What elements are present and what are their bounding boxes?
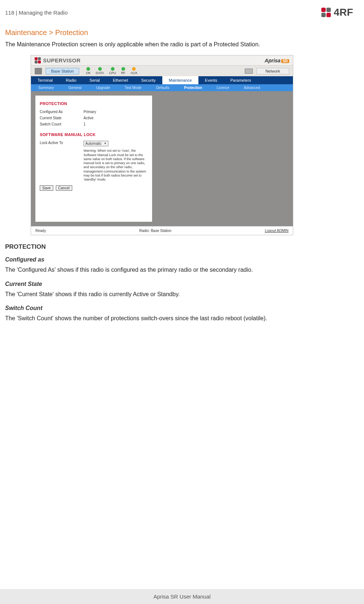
status-bar: Base Station OK DATA CPU RF AUX Network xyxy=(31,66,293,76)
subnav-protection[interactable]: Protection xyxy=(177,84,209,91)
page-number: 118 xyxy=(5,9,14,16)
doc-switch-paragraph: The 'Switch Count' shows the number of p… xyxy=(5,314,359,322)
lock-active-label: Lock Active To xyxy=(40,141,84,146)
led-data-icon xyxy=(98,67,102,71)
nav-serial[interactable]: Serial xyxy=(83,76,106,84)
configured-as-label: Configured As xyxy=(40,110,84,114)
product-logo: AprisaSR xyxy=(265,58,289,63)
subnav-advanced[interactable]: Advanced xyxy=(236,84,267,91)
page-header: 118 | Managing the Radio 4RF xyxy=(0,0,364,22)
subnav-general[interactable]: General xyxy=(61,84,89,91)
page-title: Maintenance > Protection xyxy=(5,28,359,37)
nav-ethernet[interactable]: Ethernet xyxy=(106,76,135,84)
nav-radio[interactable]: Radio xyxy=(59,76,83,84)
brand-dots-icon xyxy=(321,8,331,17)
supervisor-footer: Ready Radio: Base Station Logout ADMIN xyxy=(31,226,293,235)
supervisor-body: PROTECTION Configured AsPrimary Current … xyxy=(31,91,293,226)
supervisor-brand: SUPERVISOR xyxy=(35,57,81,63)
main-nav: TerminalRadioSerialEthernetSecurityMaint… xyxy=(31,76,293,84)
subnav-licence[interactable]: Licence xyxy=(209,84,236,91)
doc-current-paragraph: The 'Current State' shows if this radio … xyxy=(5,290,359,298)
supervisor-label: SUPERVISOR xyxy=(43,57,81,63)
doc-current-heading: Current State xyxy=(5,281,359,287)
status-text: Ready xyxy=(35,229,46,233)
header-left: 118 | Managing the Radio xyxy=(5,9,68,16)
network-badge: Network xyxy=(256,68,289,74)
nav-terminal[interactable]: Terminal xyxy=(31,76,59,84)
supervisor-header: SUPERVISOR AprisaSR xyxy=(31,55,293,66)
status-leds: OK DATA CPU RF AUX xyxy=(86,67,137,75)
nav-maintenance[interactable]: Maintenance xyxy=(162,76,198,84)
nav-security[interactable]: Security xyxy=(135,76,162,84)
subnav-test-mode[interactable]: Test Mode xyxy=(117,84,149,91)
brand-logo: 4RF xyxy=(321,7,353,18)
doc-switch-heading: Switch Count xyxy=(5,305,359,311)
subnav-defaults[interactable]: Defaults xyxy=(149,84,177,91)
protection-header: PROTECTION xyxy=(40,101,148,106)
section-title: Managing the Radio xyxy=(19,9,67,16)
lock-header: SOFTWARE MANUAL LOCK xyxy=(40,132,148,137)
lock-warning-text: Warning: When not set to 'Auto', the Sof… xyxy=(84,149,148,182)
intro-paragraph: The Maintenance Protection screen is onl… xyxy=(5,40,359,49)
current-state-label: Current State xyxy=(40,116,84,120)
doc-configured-paragraph: The 'Configured As' shows if this radio … xyxy=(5,266,359,274)
led-rf-icon xyxy=(121,67,125,71)
brand-name: 4RF xyxy=(334,7,353,18)
led-aux-icon xyxy=(132,67,136,71)
brand-dots-icon xyxy=(35,57,41,63)
radio-info: Radio: Base Station xyxy=(139,229,171,233)
led-cpu-icon xyxy=(111,67,115,71)
nav-events[interactable]: Events xyxy=(198,76,224,84)
sub-nav: SummaryGeneralUpgradeTest ModeDefaultsPr… xyxy=(31,84,293,91)
radio-icon xyxy=(35,68,42,74)
page-footer: Aprisa SR User Manual xyxy=(0,589,364,604)
protection-panel: PROTECTION Configured AsPrimary Current … xyxy=(35,96,152,222)
logout-link[interactable]: Logout ADMIN xyxy=(265,229,289,233)
configured-as-value: Primary xyxy=(84,110,96,114)
current-state-value: Active xyxy=(84,116,93,120)
led-ok-icon xyxy=(86,67,90,71)
doc-protection-heading: PROTECTION xyxy=(5,243,359,251)
station-badge: Base Station xyxy=(46,68,79,74)
switch-count-value: 1 xyxy=(84,122,86,126)
supervisor-screenshot: SUPERVISOR AprisaSR Base Station OK DATA… xyxy=(31,55,293,235)
subnav-summary[interactable]: Summary xyxy=(31,84,61,91)
network-icon xyxy=(245,69,253,74)
save-button[interactable]: Save xyxy=(40,185,53,191)
lock-active-select[interactable]: Automatic xyxy=(84,141,108,146)
doc-configured-heading: Configured as xyxy=(5,256,359,263)
switch-count-label: Switch Count xyxy=(40,122,84,126)
cancel-button[interactable]: Cancel xyxy=(56,185,72,191)
nav-parameters[interactable]: Parameters xyxy=(224,76,257,84)
subnav-upgrade[interactable]: Upgrade xyxy=(89,84,117,91)
